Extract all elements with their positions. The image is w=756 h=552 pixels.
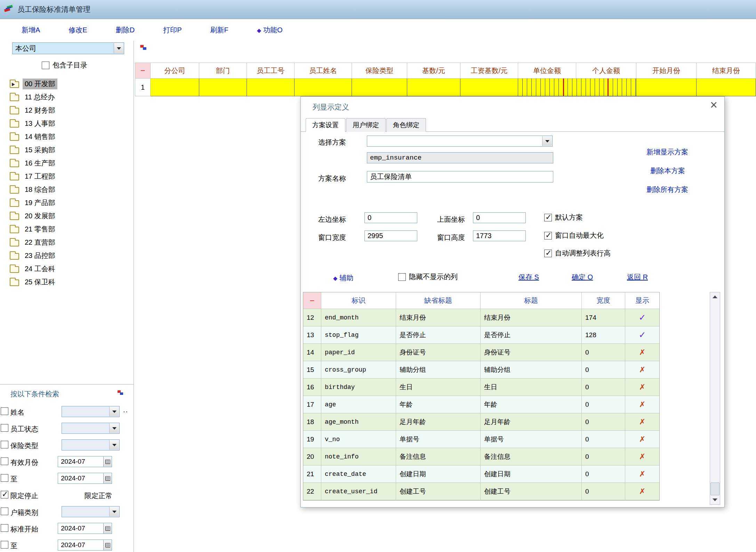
display-flag[interactable]: ✗ [625, 344, 659, 361]
dialog-table-row[interactable]: 19v_no单据号单据号0✗ [303, 431, 659, 448]
dialog-table-row[interactable]: 14paper_id身份证号身份证号0✗ [303, 344, 659, 361]
add-plan-link[interactable]: 新增显示方案 [646, 147, 688, 157]
grid-column-header[interactable]: 单位金额 [518, 63, 576, 79]
display-flag[interactable]: ✗ [625, 431, 659, 448]
grid-compressed-columns[interactable] [518, 79, 636, 96]
tree-item[interactable]: 13 人事部 [6, 117, 131, 130]
tab-role-binding[interactable]: 角色绑定 [386, 118, 426, 132]
tab-user-binding[interactable]: 用户绑定 [346, 118, 386, 132]
col-header-default-title[interactable]: 缺省标题 [396, 292, 481, 309]
grid-cell[interactable] [636, 79, 697, 96]
dropdown-arrow-icon[interactable] [109, 507, 119, 517]
modify-button[interactable]: 修改E [69, 25, 87, 35]
valid-to-input[interactable] [58, 473, 104, 484]
grid-column-header[interactable]: 基数/元 [407, 63, 460, 79]
scroll-down-button[interactable] [710, 495, 720, 504]
dialog-table-row[interactable]: 21create_date创建日期创建日期0✗ [303, 465, 659, 483]
calendar-icon[interactable] [104, 473, 112, 484]
insurance-type-checkbox[interactable] [1, 441, 8, 448]
valid-month-checkbox[interactable] [1, 457, 8, 465]
default-plan-check[interactable]: 默认方案 [544, 213, 583, 222]
close-icon[interactable]: × [710, 99, 717, 111]
dropdown-arrow-icon[interactable] [109, 407, 119, 416]
tree-item[interactable]: 18 综合部 [6, 183, 131, 196]
grid-column-header[interactable]: 部门 [199, 63, 247, 79]
tree-item[interactable]: 14 销售部 [6, 130, 131, 143]
display-flag[interactable]: ✓ [625, 309, 659, 326]
delete-plan-link[interactable]: 删除本方案 [650, 166, 685, 176]
tree-item[interactable]: 19 产品部 [6, 196, 131, 209]
assist-button[interactable]: ◆辅助 [333, 273, 353, 283]
include-subdir-checkbox[interactable] [42, 62, 49, 69]
default-plan-checkbox[interactable] [544, 214, 552, 221]
company-select[interactable]: 本公司 [12, 42, 124, 54]
dialog-table-row[interactable]: 15cross_group辅助分组辅助分组0✗ [303, 361, 659, 379]
col-header-width[interactable]: 宽度 [582, 292, 625, 309]
standard-start-input[interactable] [58, 523, 104, 534]
standard-to-checkbox[interactable] [1, 541, 8, 549]
tree-item[interactable]: 25 保卫科 [6, 275, 131, 289]
name-filter-checkbox[interactable] [1, 407, 8, 415]
grid-column-header[interactable]: 分公司 [151, 63, 199, 79]
tab-plan-settings[interactable]: 方案设置 [306, 118, 345, 132]
tree-item[interactable]: 21 零售部 [6, 222, 131, 236]
grid-column-header[interactable]: 个人金额 [576, 63, 636, 79]
top-coord-field[interactable] [473, 212, 526, 223]
auto-maximize-check[interactable]: 窗口自动最大化 [544, 231, 604, 240]
dropdown-arrow-icon[interactable] [542, 136, 552, 146]
tree-item[interactable]: 17 工程部 [6, 170, 131, 183]
grid-cell[interactable] [295, 79, 352, 96]
name-select[interactable] [62, 406, 120, 417]
flag-icon[interactable] [139, 44, 147, 54]
auto-row-height-check[interactable]: 自动调整列表行高 [544, 249, 611, 258]
col-header-identifier[interactable]: 标识 [321, 292, 396, 309]
grid-cell[interactable] [697, 79, 756, 96]
grid-row-number[interactable]: 1 [135, 79, 151, 96]
flag-icon[interactable] [116, 389, 124, 399]
window-width-field[interactable] [364, 230, 417, 241]
grid-row[interactable]: 1 [135, 79, 756, 96]
delete-button[interactable]: 删除D [116, 25, 135, 35]
display-flag[interactable]: ✗ [625, 483, 659, 500]
grid-cell[interactable] [460, 79, 518, 96]
tree-item[interactable]: 16 生产部 [6, 156, 131, 170]
plan-select[interactable] [367, 136, 553, 147]
scroll-up-button[interactable] [710, 292, 720, 301]
status-select[interactable] [62, 423, 120, 434]
include-subdir[interactable]: 包含子目录 [42, 60, 87, 70]
standard-start-checkbox[interactable] [1, 524, 8, 532]
plan-code-field[interactable] [367, 152, 553, 163]
delete-all-plans-link[interactable]: 删除所有方案 [646, 185, 688, 194]
grid-column-header[interactable]: 结束月份 [697, 63, 756, 79]
grid-cell[interactable] [247, 79, 295, 96]
standard-to-input[interactable] [58, 539, 104, 551]
display-flag[interactable]: ✗ [625, 396, 659, 413]
grid-column-header[interactable]: 员工工号 [247, 63, 295, 79]
tree-item[interactable]: 11 总经办 [6, 90, 131, 104]
tree-item[interactable]: 12 财务部 [6, 104, 131, 117]
tree-item[interactable]: 22 直营部 [6, 236, 131, 249]
display-flag[interactable]: ✗ [625, 448, 659, 465]
auto-maximize-checkbox[interactable] [544, 232, 552, 240]
plan-name-field[interactable] [367, 171, 553, 182]
grid-column-header[interactable]: 开始月份 [636, 63, 697, 79]
dropdown-arrow-icon[interactable] [109, 423, 119, 433]
left-coord-field[interactable] [364, 212, 417, 223]
col-header-title[interactable]: 标题 [481, 292, 582, 309]
display-flag[interactable]: ✗ [625, 361, 659, 379]
insurance-type-select[interactable] [62, 439, 120, 450]
more-button[interactable]: .. [123, 406, 128, 414]
table-row-selector-header[interactable]: − [303, 292, 321, 309]
tree-item[interactable]: 23 品控部 [6, 249, 131, 262]
grid-row-selector-header[interactable]: − [135, 63, 151, 79]
grid-cell[interactable] [151, 79, 199, 96]
auto-row-height-checkbox[interactable] [544, 250, 552, 257]
col-header-display[interactable]: 显示 [625, 292, 659, 309]
dialog-scrollbar[interactable] [710, 292, 720, 505]
dialog-table-row[interactable]: 13stop_flag是否停止是否停止128✓ [303, 326, 659, 344]
calendar-icon[interactable] [104, 456, 112, 467]
limit-normal-checkbox[interactable] [1, 491, 8, 498]
new-button[interactable]: 新增A [22, 25, 40, 35]
window-height-field[interactable] [473, 230, 526, 241]
status-filter-checkbox[interactable] [1, 424, 8, 432]
